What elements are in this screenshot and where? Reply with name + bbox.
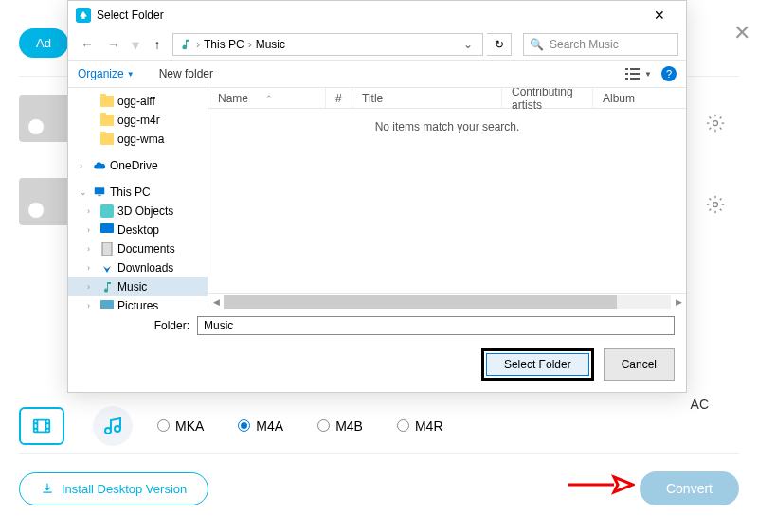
- svg-point-0: [713, 121, 718, 126]
- folder-icon: [100, 115, 114, 126]
- cloud-icon: [93, 159, 106, 172]
- tree-item[interactable]: ›Desktop: [68, 221, 208, 239]
- header-contrib[interactable]: Contributing artists: [502, 88, 593, 108]
- download-icon: [41, 482, 54, 495]
- help-icon[interactable]: ?: [661, 66, 677, 81]
- format-label-partial: AC: [691, 397, 709, 412]
- tree-item[interactable]: ogg-aiff: [68, 92, 208, 111]
- folder-name-input[interactable]: [197, 316, 675, 335]
- footer: Install Desktop Version Convert: [19, 453, 739, 505]
- svg-point-1: [713, 203, 718, 207]
- folder-input-row: Folder:: [68, 309, 686, 343]
- separator: ▾: [132, 36, 139, 54]
- tree-item-thispc[interactable]: ⌄This PC: [68, 183, 208, 202]
- title-bar: Select Folder ✕: [68, 1, 686, 29]
- tree-item[interactable]: ›Pictures: [68, 296, 208, 309]
- convert-button[interactable]: Convert: [640, 471, 739, 505]
- add-button[interactable]: Ad: [19, 28, 68, 58]
- music-icon: [179, 38, 192, 51]
- header-name[interactable]: Name⌃: [208, 88, 326, 108]
- format-row: MKA M4A M4B M4R: [19, 399, 739, 452]
- scroll-left-icon[interactable]: ◀: [208, 297, 224, 307]
- cancel-button[interactable]: Cancel: [604, 348, 675, 381]
- svg-rect-17: [102, 242, 112, 256]
- radio-m4b[interactable]: M4B: [317, 418, 363, 434]
- main-area: ogg-aiff ogg-m4r ogg-wma ›OneDrive ⌄This…: [68, 88, 686, 309]
- install-label: Install Desktop Version: [62, 482, 187, 496]
- column-headers: Name⌃ # Title Contributing artists Album: [208, 88, 686, 109]
- close-icon[interactable]: ✕: [641, 8, 678, 23]
- svg-rect-2: [34, 419, 50, 432]
- empty-message: No items match your search.: [208, 109, 686, 145]
- search-input[interactable]: 🔍 Search Music: [523, 33, 678, 56]
- video-format-icon[interactable]: [19, 407, 64, 445]
- file-list: Name⌃ # Title Contributing artists Album…: [208, 88, 686, 309]
- back-button[interactable]: ←: [76, 33, 99, 56]
- radio-m4a[interactable]: M4A: [238, 418, 283, 434]
- tree-item[interactable]: ›Documents: [68, 239, 208, 258]
- folder-icon: [100, 133, 114, 145]
- format-radio-group: MKA M4A M4B M4R: [157, 418, 443, 434]
- up-button[interactable]: ↑: [146, 33, 169, 56]
- radio-label: M4A: [256, 418, 283, 434]
- gear-icon[interactable]: [706, 195, 725, 218]
- svg-rect-11: [625, 78, 628, 80]
- scroll-thumb[interactable]: [224, 295, 617, 309]
- folder-icon: [100, 96, 114, 107]
- downloads-icon: [100, 261, 114, 275]
- svg-rect-12: [630, 78, 640, 80]
- scroll-track[interactable]: [224, 295, 671, 309]
- folder-tree[interactable]: ogg-aiff ogg-m4r ogg-wma ›OneDrive ⌄This…: [68, 88, 208, 309]
- documents-icon: [100, 242, 114, 256]
- svg-rect-8: [630, 68, 640, 70]
- annotation-highlight: Select Folder: [481, 348, 594, 381]
- refresh-button[interactable]: ↻: [487, 33, 512, 56]
- radio-label: M4B: [335, 418, 363, 434]
- search-icon: 🔍: [530, 38, 544, 51]
- pictures-icon: [100, 299, 114, 309]
- nav-row: ← → ▾ ↑ › This PC › Music ⌄ ↻ 🔍 Search M…: [68, 29, 686, 60]
- header-title[interactable]: Title: [352, 88, 502, 108]
- search-placeholder: Search Music: [550, 38, 619, 51]
- gear-icon[interactable]: [706, 114, 725, 136]
- breadcrumb-segment[interactable]: Music: [256, 38, 285, 51]
- breadcrumb-segment[interactable]: This PC: [204, 38, 244, 51]
- header-num[interactable]: #: [326, 88, 352, 108]
- folder-label: Folder:: [80, 319, 190, 332]
- tree-item[interactable]: ogg-m4r: [68, 111, 208, 130]
- select-folder-dialog: Select Folder ✕ ← → ▾ ↑ › This PC › Musi…: [67, 0, 687, 393]
- tree-item-onedrive[interactable]: ›OneDrive: [68, 156, 208, 175]
- audio-format-icon[interactable]: [93, 406, 133, 446]
- close-icon[interactable]: ✕: [733, 21, 750, 45]
- radio-mka[interactable]: MKA: [157, 418, 204, 434]
- dialog-title: Select Folder: [97, 9, 641, 22]
- svg-rect-7: [625, 68, 628, 70]
- new-folder-button[interactable]: New folder: [159, 67, 213, 80]
- select-folder-button[interactable]: Select Folder: [486, 353, 589, 376]
- tree-item-music[interactable]: ›Music: [68, 277, 208, 296]
- dialog-buttons: Select Folder Cancel: [68, 343, 686, 392]
- app-icon: [76, 8, 91, 23]
- radio-label: M4R: [415, 418, 443, 434]
- desktop-icon: [100, 223, 114, 237]
- tree-item[interactable]: ›Downloads: [68, 258, 208, 277]
- forward-button[interactable]: →: [102, 33, 125, 56]
- svg-rect-18: [100, 300, 114, 309]
- svg-rect-15: [100, 204, 114, 218]
- pc-icon: [93, 186, 106, 199]
- chevron-down-icon[interactable]: ⌄: [460, 38, 477, 51]
- header-album[interactable]: Album: [593, 88, 686, 108]
- tree-item[interactable]: ›3D Objects: [68, 202, 208, 221]
- svg-rect-16: [100, 223, 114, 233]
- install-desktop-button[interactable]: Install Desktop Version: [19, 472, 208, 505]
- tree-item[interactable]: ogg-wma: [68, 130, 208, 149]
- breadcrumb[interactable]: › This PC › Music ⌄: [172, 33, 483, 56]
- organize-menu[interactable]: Organize▼: [78, 67, 135, 80]
- radio-label: MKA: [175, 418, 204, 434]
- radio-m4r[interactable]: M4R: [397, 418, 443, 434]
- toolbar: Organize▼ New folder ▼ ?: [68, 60, 686, 88]
- view-options-button[interactable]: ▼: [625, 67, 652, 80]
- objects-icon: [100, 204, 114, 218]
- horizontal-scrollbar[interactable]: ◀ ▶: [208, 293, 686, 309]
- scroll-right-icon[interactable]: ▶: [671, 297, 686, 307]
